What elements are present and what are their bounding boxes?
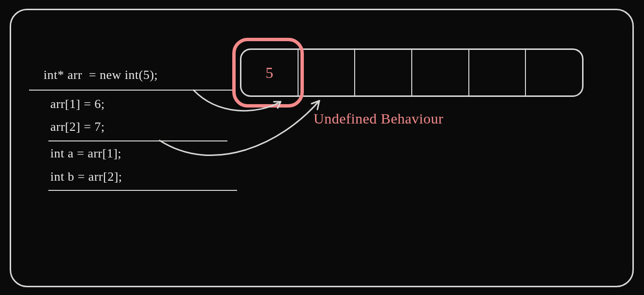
memory-cell-5 [526, 50, 582, 95]
code-line-1: int* arr = new int(5); [44, 68, 158, 82]
code-line-5: int b = arr[2]; [50, 170, 122, 184]
underline-1 [29, 90, 232, 91]
allocated-cell-highlight [232, 38, 304, 108]
code-line-2: arr[1] = 6; [50, 97, 105, 111]
memory-cell-4 [469, 50, 526, 95]
undefined-behaviour-label: Undefined Behaviour [314, 110, 444, 127]
memory-cell-1 [299, 50, 356, 95]
code-line-3: arr[2] = 7; [50, 120, 105, 134]
memory-cell-2 [355, 50, 412, 95]
underline-2 [48, 140, 227, 141]
memory-cell-3 [412, 50, 469, 95]
code-line-4: int a = arr[1]; [50, 146, 121, 161]
underline-3 [48, 190, 237, 191]
